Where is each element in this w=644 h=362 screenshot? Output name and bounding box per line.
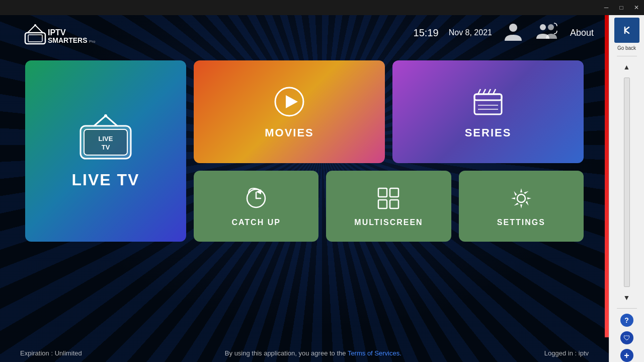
svg-point-8 <box>509 24 517 32</box>
clapperboard-icon <box>470 84 506 119</box>
svg-rect-33 <box>390 188 398 197</box>
svg-point-36 <box>517 194 525 202</box>
svg-point-13 <box>104 114 107 117</box>
settings-card[interactable]: SETTINGS <box>459 171 584 242</box>
settings-label: SETTINGS <box>497 218 545 227</box>
right-panel: Go back ▲ ▼ ? 🛡 + <box>609 0 644 362</box>
main-content: IPTV SMARTERS Pro 15:19 Nov 8, 2021 <box>0 15 609 362</box>
svg-text:SMARTERS: SMARTERS <box>48 36 88 44</box>
close-button[interactable]: ✕ <box>629 0 644 15</box>
svg-point-2 <box>34 24 36 26</box>
multiscreen-label: MULTISCREEN <box>354 218 423 227</box>
scroll-bar[interactable] <box>624 78 630 287</box>
movies-card[interactable]: MOVIES <box>194 60 385 163</box>
shield-icon[interactable]: 🛡 <box>620 331 633 344</box>
series-card[interactable]: SERIES <box>392 60 584 163</box>
grid-icon <box>376 186 401 211</box>
go-back-button[interactable] <box>614 18 639 43</box>
scroll-up-arrow[interactable]: ▲ <box>622 61 632 73</box>
svg-rect-32 <box>378 188 387 197</box>
svg-rect-34 <box>378 200 387 208</box>
live-tv-label: LIVE TV <box>72 171 140 189</box>
footer: Expiration : Unlimited By using this app… <box>0 349 609 357</box>
series-icon <box>470 84 506 121</box>
logged-in-text: Logged in : iptv <box>544 349 589 357</box>
svg-text:Pro: Pro <box>89 39 96 44</box>
date-display: Nov 8, 2021 <box>449 28 492 37</box>
logo-area: IPTV SMARTERS Pro <box>15 20 96 45</box>
top-row-right: MOVIES <box>194 60 584 163</box>
movies-icon <box>272 84 307 121</box>
logo-svg: IPTV SMARTERS Pro <box>15 20 96 45</box>
svg-rect-20 <box>474 94 502 114</box>
header: IPTV SMARTERS Pro 15:19 Nov 8, 2021 <box>0 15 609 50</box>
menu-grid: LIVE TV LIVE TV MOVIES <box>0 50 609 252</box>
catchup-card[interactable]: CATCH UP <box>194 171 318 242</box>
header-right: 15:19 Nov 8, 2021 <box>414 21 594 45</box>
bottom-row-right: CATCH UP MULTISCREEN <box>194 171 584 242</box>
catchup-icon <box>244 186 269 213</box>
go-back-label: Go back <box>617 45 636 51</box>
scroll-down-arrow[interactable]: ▼ <box>622 292 632 303</box>
panel-divider-2 <box>617 308 637 309</box>
svg-line-0 <box>28 25 35 33</box>
svg-line-1 <box>35 25 43 33</box>
svg-marker-19 <box>286 95 298 108</box>
svg-line-12 <box>106 116 117 126</box>
plus-icon[interactable]: + <box>620 349 633 362</box>
expiration-text: Expiration : Unlimited <box>20 349 82 357</box>
terms-text: By using this application, you agree to … <box>225 349 401 357</box>
series-label: SERIES <box>465 126 512 139</box>
svg-point-10 <box>548 24 554 30</box>
play-circle-icon <box>272 84 307 119</box>
user-icon <box>502 21 525 43</box>
switch-user-icon <box>535 21 560 43</box>
svg-point-9 <box>540 24 546 30</box>
window-controls: ─ □ ✕ <box>599 0 644 15</box>
help-icon[interactable]: ? <box>620 314 633 327</box>
gear-icon <box>509 186 534 211</box>
title-bar: ─ □ ✕ <box>0 0 644 15</box>
multiscreen-icon <box>376 186 401 213</box>
user-profile-button[interactable] <box>502 21 525 45</box>
tv-icon: LIVE TV <box>73 113 138 166</box>
svg-text:TV: TV <box>102 143 110 151</box>
live-tv-card[interactable]: LIVE TV LIVE TV <box>25 60 186 242</box>
panel-divider <box>617 56 637 56</box>
catchup-label: CATCH UP <box>231 218 280 227</box>
svg-rect-35 <box>390 200 398 208</box>
terms-link[interactable]: Terms of Services. <box>348 349 401 357</box>
multiscreen-card[interactable]: MULTISCREEN <box>326 171 451 242</box>
svg-rect-21 <box>474 94 502 100</box>
svg-rect-4 <box>28 35 42 42</box>
clock-replay-icon <box>244 186 269 211</box>
switch-user-button[interactable] <box>535 21 560 45</box>
svg-text:LIVE: LIVE <box>99 135 113 142</box>
movies-label: MOVIES <box>265 126 314 139</box>
minimize-button[interactable]: ─ <box>599 0 614 15</box>
svg-line-11 <box>94 116 106 126</box>
settings-icon <box>509 186 534 213</box>
maximize-button[interactable]: □ <box>614 0 629 15</box>
tv-icon-svg: LIVE TV <box>73 113 138 164</box>
time-display: 15:19 <box>414 27 439 39</box>
svg-text:IPTV: IPTV <box>48 28 66 37</box>
about-button[interactable]: About <box>570 28 594 38</box>
